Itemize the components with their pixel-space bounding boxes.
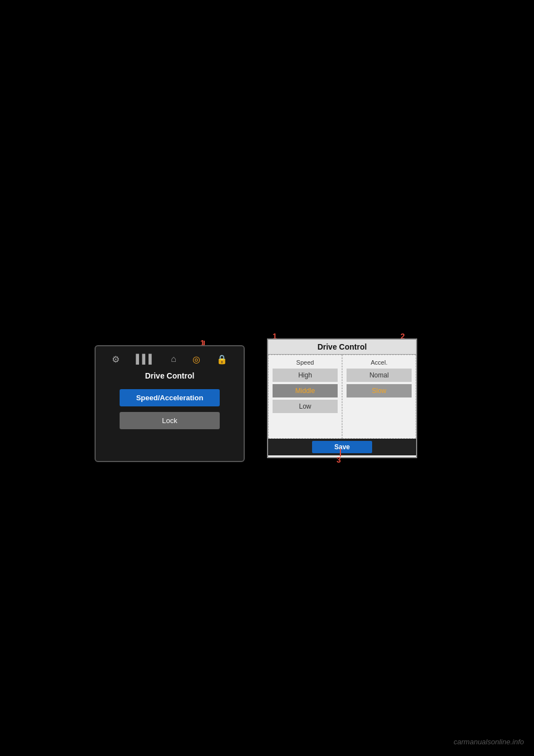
right-panel-label-3: 3 — [337, 455, 341, 464]
left-drive-control-panel: ⚙ ▌▌▌ ⌂ ◎ 🔒 Drive Control Speed/Accelera… — [95, 345, 245, 462]
right-panel-footer: Save — [268, 439, 416, 455]
right-panel-body: Speed High Middle Low Accel. Nomal Slow — [268, 355, 416, 439]
save-button[interactable]: Save — [312, 441, 372, 453]
accel-option-slow[interactable]: Slow — [347, 384, 412, 397]
left-panel-title: Drive Control — [145, 371, 195, 380]
home-icon[interactable]: ⌂ — [171, 354, 176, 365]
drive-icon[interactable]: ◎ — [192, 354, 200, 365]
accel-column-header: Accel. — [343, 357, 416, 367]
signal-icon[interactable]: ▌▌▌ — [136, 354, 155, 365]
speed-column-header: Speed — [269, 357, 342, 367]
lock-button[interactable]: Lock — [120, 412, 220, 429]
accel-option-normal[interactable]: Nomal — [347, 369, 412, 382]
speed-column: Speed High Middle Low — [268, 355, 342, 439]
speed-option-middle[interactable]: Middle — [273, 384, 338, 397]
watermark: carmanualsonline.info — [454, 738, 524, 746]
speed-option-high[interactable]: High — [273, 369, 338, 382]
gear-icon[interactable]: ⚙ — [112, 354, 120, 365]
accel-column: Accel. Nomal Slow — [342, 355, 416, 439]
speed-option-low[interactable]: Low — [273, 400, 338, 413]
settings-lock-icon[interactable]: 🔒 — [216, 354, 228, 365]
speed-acceleration-button[interactable]: Speed/Acceleration — [120, 389, 220, 406]
right-panel-header: Drive Control — [268, 340, 416, 355]
top-icon-bar: ⚙ ▌▌▌ ⌂ ◎ 🔒 — [104, 352, 235, 367]
right-drive-control-panel: Drive Control Speed High Middle Low Acce… — [267, 338, 417, 458]
right-panel-title: Drive Control — [318, 342, 367, 351]
